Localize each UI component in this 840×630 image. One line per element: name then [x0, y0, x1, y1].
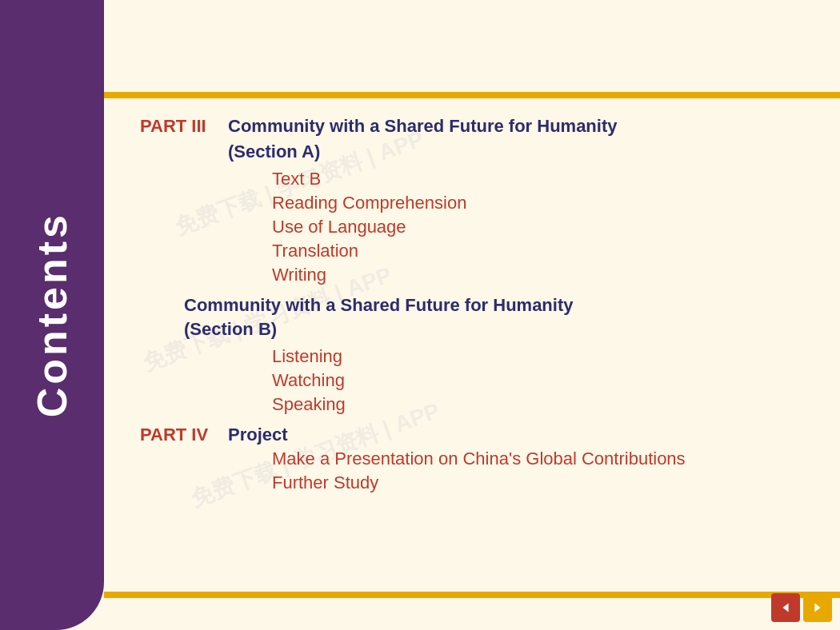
- sub-item-b-0: Listening: [272, 346, 808, 367]
- top-gold-bar: [104, 92, 840, 98]
- part3-section-b-title-line1: Community with a Shared Future for Human…: [184, 295, 808, 316]
- sub-item-iv-0: Make a Presentation on China's Global Co…: [272, 449, 808, 469]
- sub-item-b-2: Speaking: [272, 394, 808, 415]
- sub-item-a-1: Reading Comprehension: [272, 193, 808, 213]
- part3-section-a-title-line2: (Section A): [228, 142, 320, 162]
- bottom-gold-bar: [104, 592, 840, 598]
- sub-item-b-1: Watching: [272, 370, 808, 391]
- nav-buttons: [771, 593, 832, 622]
- prev-button[interactable]: [771, 593, 800, 622]
- sub-item-a-0: Text B: [272, 169, 808, 189]
- svg-marker-0: [782, 604, 788, 612]
- part3-header-row: PART III Community with a Shared Future …: [140, 116, 808, 137]
- main-content: PART III Community with a Shared Future …: [124, 108, 824, 582]
- sub-item-a-4: Writing: [272, 265, 808, 285]
- sub-item-a-3: Translation: [272, 241, 808, 261]
- sidebar: Contents: [0, 0, 104, 630]
- part4-label: PART IV: [140, 425, 228, 445]
- part4-header-row: PART IV Project: [140, 425, 808, 445]
- next-button[interactable]: [803, 593, 832, 622]
- part3-section-a-line2-row: (Section A): [140, 142, 808, 162]
- part3-label: PART III: [140, 116, 228, 137]
- prev-icon: [778, 600, 793, 615]
- next-icon: [810, 600, 825, 615]
- svg-marker-1: [814, 604, 820, 612]
- sub-item-a-2: Use of Language: [272, 217, 808, 237]
- sub-item-iv-1: Further Study: [272, 472, 808, 493]
- part3-section-b-title-line2: (Section B): [184, 319, 808, 340]
- sidebar-title: Contents: [28, 212, 76, 417]
- part4-title: Project: [228, 425, 288, 445]
- part3-section-a-title-line1: Community with a Shared Future for Human…: [228, 116, 617, 137]
